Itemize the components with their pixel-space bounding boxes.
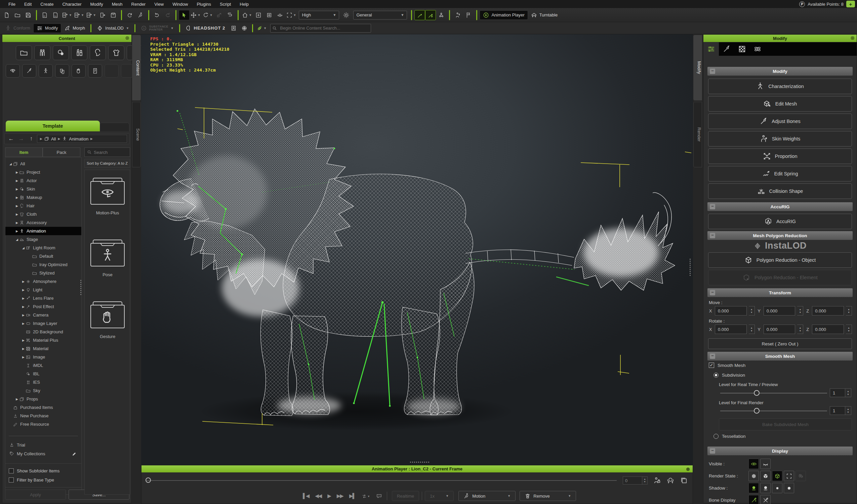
folder-card-gesture[interactable]: Gesture	[90, 300, 125, 339]
section-transform-header[interactable]: −Transform	[707, 288, 853, 297]
apply-button[interactable]: Apply	[5, 490, 66, 500]
section-smooth-header[interactable]: −Smooth Mesh	[707, 352, 853, 360]
move-x-spinner[interactable]: ▲▼	[749, 306, 755, 316]
animation-player-toggle[interactable]: Animation Player	[480, 11, 528, 20]
folder-card-motion-plus[interactable]: Motion-Plus	[90, 177, 125, 215]
reset-zero-out-button[interactable]: Reset ( Zero Out )	[708, 338, 852, 349]
instalod[interactable]: InstaLOD▼	[94, 23, 132, 33]
frame-spinner[interactable]: ▲▼	[642, 476, 648, 485]
add-points-button[interactable]: +	[846, 1, 855, 7]
brightness[interactable]	[341, 10, 352, 20]
substance-painter[interactable]: SSUBSTANCEPAINTER▼	[138, 23, 177, 33]
tree-item-new-purchase[interactable]: New Purchase	[5, 411, 81, 420]
section-accurig-header[interactable]: −AccuRIG	[707, 202, 853, 211]
menu-window[interactable]: Window	[168, 1, 192, 8]
tree-item-image-layer[interactable]: ▶Image Layer	[5, 319, 81, 327]
side-tab-scene[interactable]: Scene	[132, 102, 141, 167]
menu-create[interactable]: Create	[36, 1, 58, 8]
level-preview-value[interactable]: 1	[830, 388, 845, 397]
level-preview-slider[interactable]	[720, 393, 827, 393]
viewport-right-splitter[interactable]	[690, 259, 691, 276]
menu-render[interactable]: Render	[127, 1, 150, 8]
home-view[interactable]: ▼	[241, 10, 253, 20]
bake-subdivided-mesh-button[interactable]: Bake Subdivided Mesh	[719, 418, 852, 431]
tree-item-props[interactable]: ▶Props	[5, 395, 81, 403]
tree-item-light[interactable]: ▶Light	[5, 286, 81, 294]
prev-frame-button[interactable]: ◀◀	[315, 493, 321, 499]
import-ic[interactable]: IC	[39, 10, 50, 20]
tree-item-all[interactable]: ◢All	[5, 159, 81, 168]
cat-gesture[interactable]	[71, 64, 86, 78]
realtime-button[interactable]: Realtime	[392, 491, 419, 501]
nav-back-button[interactable]: ←	[7, 135, 15, 142]
tree-item-project[interactable]: ▶Project	[5, 168, 81, 177]
shadow-option-2[interactable]	[760, 483, 771, 493]
move-z-field[interactable]: 0.000	[812, 306, 844, 316]
cat-skin[interactable]	[53, 45, 69, 60]
breadcrumb-animation[interactable]: Animation	[69, 136, 88, 141]
mode-select[interactable]: General▼	[353, 11, 407, 19]
pan-view[interactable]	[264, 10, 274, 20]
tree-scrollbar[interactable]	[80, 280, 81, 295]
rotate-y-field[interactable]: 0.000	[763, 324, 795, 334]
menu-mesh[interactable]: Mesh	[107, 1, 127, 8]
loop-button[interactable]: ▼	[361, 492, 370, 499]
timeline-handle[interactable]	[146, 477, 151, 483]
shadow-option-1[interactable]	[749, 483, 759, 493]
render-state-option-2[interactable]	[760, 471, 771, 481]
undo[interactable]	[152, 10, 162, 20]
tree-item-stage[interactable]: ◢Stage	[5, 235, 81, 243]
tab-item[interactable]: Item	[5, 148, 43, 157]
next-frame-button[interactable]: ▶▶	[337, 493, 343, 499]
morph[interactable]: Morph	[61, 23, 88, 33]
speed-select[interactable]: 1x▼	[425, 491, 454, 501]
trial[interactable]: Trial	[5, 440, 81, 449]
shadow-option-3[interactable]	[772, 483, 783, 493]
section-display-header[interactable]: −Display	[707, 447, 853, 455]
visible-option-2[interactable]	[760, 459, 771, 469]
menu-modify[interactable]: Modify	[86, 1, 107, 8]
turntable-capture-button[interactable]	[667, 476, 674, 485]
motion-button[interactable]: Motion▼	[458, 491, 516, 501]
side-tab-modify[interactable]: Modify	[693, 35, 702, 100]
online-content-search-input[interactable]	[270, 24, 371, 33]
polygon-reduction-element-button[interactable]: Polygon Reduction - Element	[708, 270, 852, 285]
tree-item-stylized[interactable]: Stylized	[5, 269, 81, 277]
menu-view[interactable]: View	[150, 1, 168, 8]
cat-makeup[interactable]	[71, 45, 87, 60]
my-collections[interactable]: My Collections	[5, 449, 81, 458]
menu-character[interactable]: Character	[58, 1, 86, 8]
characterization-button[interactable]: Characterization	[708, 79, 852, 94]
tree-item-post-effect[interactable]: ▶Post Effect	[5, 302, 81, 311]
player-close-icon[interactable]: ⊗	[686, 466, 690, 472]
tab-material[interactable]	[734, 42, 750, 56]
tree-item-makeup[interactable]: ▶Makeup	[5, 193, 81, 202]
flag[interactable]	[463, 10, 474, 20]
level-final-spinner[interactable]: ▲▼	[845, 406, 851, 415]
modify-mode[interactable]: Modify	[33, 23, 61, 33]
tree-item-atmosphere[interactable]: ▶Atmosphere	[5, 277, 81, 286]
menu-script[interactable]: Script	[215, 1, 235, 8]
rotate[interactable]: ▼	[202, 10, 214, 20]
cat-creature[interactable]	[6, 64, 20, 78]
turntable-toggle[interactable]: Turntable	[528, 11, 560, 20]
rotate-x-field[interactable]: 0.000	[715, 324, 747, 334]
visible-option-1[interactable]	[749, 459, 759, 469]
move-z-spinner[interactable]: ▲▼	[846, 306, 852, 316]
actor-mode[interactable]	[452, 10, 463, 20]
tree-item-camera[interactable]: ▶Camera	[5, 311, 81, 319]
animation-player-titlebar[interactable]: Animation Player : Lion_C2 - Current Fra…	[141, 465, 693, 472]
modify-close-icon[interactable]: ⊗	[850, 35, 855, 41]
tree-item-free-resource[interactable]: Free Resource	[5, 420, 81, 429]
cat-hair[interactable]	[90, 45, 106, 60]
cat-project[interactable]	[16, 45, 32, 60]
breadcrumb[interactable]: ▶All▶Animation▶	[37, 135, 127, 143]
tree-item-animation[interactable]: ▶Animation	[5, 227, 81, 235]
play-button[interactable]: ▶	[327, 493, 331, 499]
smooth-mesh-checkbox[interactable]: ✓ Smooth Mesh	[709, 363, 745, 368]
export[interactable]	[97, 10, 108, 20]
tree-item-accessory[interactable]: ▶Accessory	[5, 218, 81, 227]
plant-tool[interactable]: ▼	[255, 23, 268, 33]
template-tab[interactable]: Template	[6, 121, 100, 131]
region-view[interactable]: ▼	[285, 10, 298, 20]
